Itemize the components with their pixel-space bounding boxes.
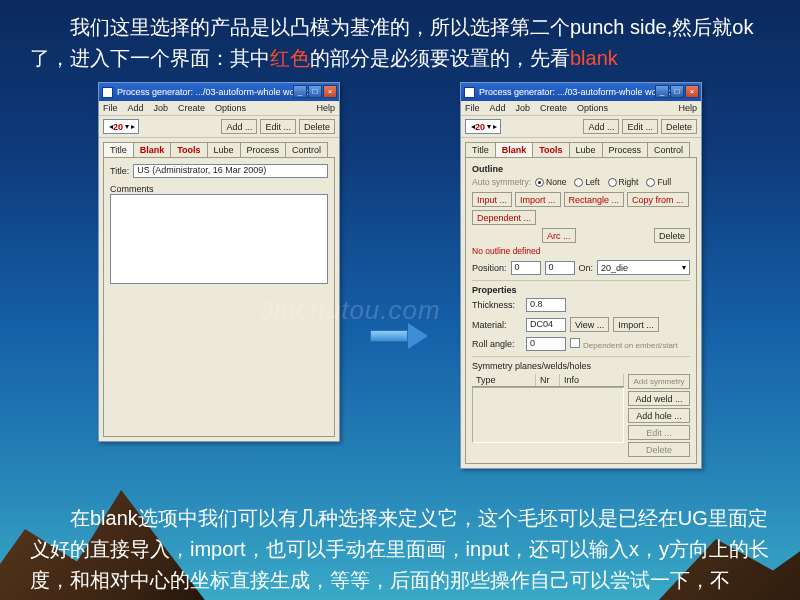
close-button[interactable]: × — [323, 85, 337, 98]
menu-help[interactable]: Help — [316, 103, 335, 113]
menubar: File Add Job Create Options Help — [99, 101, 339, 116]
window-left-titlebar[interactable]: Process generator: .../03-autoform-whole… — [99, 83, 339, 101]
screenshots-row: Process generator: .../03-autoform-whole… — [0, 82, 800, 469]
window-right: Process generator: .../03-autoform-whole… — [460, 82, 702, 469]
sym-table-body[interactable] — [472, 387, 624, 443]
comments-label: Comments — [110, 184, 328, 194]
th-info: Info — [560, 374, 624, 386]
step-dropdown[interactable]: ◂ 20 ▾ ▸ — [465, 119, 501, 134]
red-word-2: blank — [570, 47, 618, 69]
step-dropdown[interactable]: ◂ 20 ▾ ▸ — [103, 119, 139, 134]
maximize-button[interactable]: □ — [670, 85, 684, 98]
rectangle-button[interactable]: Rectangle ... — [564, 192, 625, 207]
menu-job[interactable]: Job — [516, 103, 531, 113]
tab-process[interactable]: Process — [602, 142, 649, 157]
toolbar-delete-button[interactable]: Delete — [299, 119, 335, 134]
thickness-field[interactable]: 0.8 — [526, 298, 566, 312]
menu-add[interactable]: Add — [490, 103, 506, 113]
properties-heading: Properties — [472, 285, 690, 295]
tab-blank[interactable]: Blank — [495, 142, 534, 157]
add-hole-button[interactable]: Add hole ... — [628, 408, 690, 423]
input-button[interactable]: Input ... — [472, 192, 512, 207]
roll-angle-label: Roll angle: — [472, 339, 522, 349]
auto-symmetry-label: Auto symmetry: — [472, 177, 531, 187]
tab-control[interactable]: Control — [285, 142, 328, 157]
sym-delete-button[interactable]: Delete — [628, 442, 690, 457]
material-view-button[interactable]: View ... — [570, 317, 609, 332]
material-field[interactable]: DC04 — [526, 318, 566, 332]
position-x-field[interactable]: 0 — [511, 261, 541, 275]
tab-tools[interactable]: Tools — [170, 142, 207, 157]
tab-tools[interactable]: Tools — [532, 142, 569, 157]
slide-bottom-paragraph: 在blank选项中我们可以有几种选择来定义它，这个毛坯可以是已经在UG里面定义好… — [30, 503, 770, 596]
maximize-button[interactable]: □ — [308, 85, 322, 98]
thickness-label: Thickness: — [472, 300, 522, 310]
symmetry-section-heading: Symmetry planes/welds/holes — [472, 361, 690, 371]
tab-blank[interactable]: Blank — [133, 142, 172, 157]
arrow-icon — [370, 323, 430, 349]
dependent-button[interactable]: Dependent ... — [472, 210, 536, 225]
red-word-1: 红色 — [270, 47, 310, 69]
radio-left[interactable]: Left — [574, 177, 599, 187]
add-weld-button[interactable]: Add weld ... — [628, 391, 690, 406]
tab-title[interactable]: Title — [465, 142, 496, 157]
add-symmetry-button[interactable]: Add symmetry — [628, 374, 690, 389]
menu-options[interactable]: Options — [577, 103, 608, 113]
outline-delete-button[interactable]: Delete — [654, 228, 690, 243]
tab-lube[interactable]: Lube — [569, 142, 603, 157]
toolbar-edit-button[interactable]: Edit ... — [622, 119, 658, 134]
no-outline-warning: No outline defined — [472, 246, 690, 256]
th-nr: Nr — [536, 374, 560, 386]
slide-top-paragraph: 我们这里选择的产品是以凸模为基准的，所以选择第二个punch side,然后就o… — [0, 0, 800, 74]
radio-full[interactable]: Full — [646, 177, 671, 187]
title-label: Title: — [110, 166, 129, 176]
position-label: Position: — [472, 263, 507, 273]
toolbar-right: ◂ 20 ▾ ▸ Add ... Edit ... Delete — [461, 116, 701, 138]
copy-from-button[interactable]: Copy from ... — [627, 192, 689, 207]
import-button[interactable]: Import ... — [515, 192, 561, 207]
menu-add[interactable]: Add — [128, 103, 144, 113]
menu-file[interactable]: File — [465, 103, 480, 113]
tab-control[interactable]: Control — [647, 142, 690, 157]
tab-process[interactable]: Process — [240, 142, 287, 157]
toolbar-delete-button[interactable]: Delete — [661, 119, 697, 134]
material-label: Material: — [472, 320, 522, 330]
roll-angle-field[interactable]: 0 — [526, 337, 566, 351]
menu-create[interactable]: Create — [178, 103, 205, 113]
th-type: Type — [472, 374, 536, 386]
sym-edit-button[interactable]: Edit ... — [628, 425, 690, 440]
minimize-button[interactable]: _ — [655, 85, 669, 98]
sym-table-header: Type Nr Info — [472, 374, 624, 387]
on-dropdown[interactable]: 20_die▾ — [597, 260, 690, 275]
title-field[interactable]: US (Administrator, 16 Mar 2009) — [133, 164, 328, 178]
tabs-right: Title Blank Tools Lube Process Control — [461, 138, 701, 157]
menu-options[interactable]: Options — [215, 103, 246, 113]
on-label: On: — [579, 263, 594, 273]
material-import-button[interactable]: Import ... — [613, 317, 659, 332]
arc-button[interactable]: Arc ... — [542, 228, 576, 243]
minimize-button[interactable]: _ — [293, 85, 307, 98]
menu-job[interactable]: Job — [154, 103, 169, 113]
menubar: File Add Job Create Options Help — [461, 101, 701, 116]
dependent-checkbox-row[interactable]: Dependent on embed/start — [570, 338, 678, 350]
menu-file[interactable]: File — [103, 103, 118, 113]
toolbar-add-button[interactable]: Add ... — [221, 119, 257, 134]
radio-right[interactable]: Right — [608, 177, 639, 187]
window-right-titlebar[interactable]: Process generator: .../03-autoform-whole… — [461, 83, 701, 101]
radio-none[interactable]: None — [535, 177, 566, 187]
tab-body-blank: Outline Auto symmetry: None Left Right F… — [465, 157, 697, 464]
window-left: Process generator: .../03-autoform-whole… — [98, 82, 340, 442]
toolbar-edit-button[interactable]: Edit ... — [260, 119, 296, 134]
position-y-field[interactable]: 0 — [545, 261, 575, 275]
toolbar-add-button[interactable]: Add ... — [583, 119, 619, 134]
toolbar-left: ◂ 20 ▾ ▸ Add ... Edit ... Delete — [99, 116, 339, 138]
comments-field[interactable] — [110, 194, 328, 284]
outline-heading: Outline — [472, 164, 690, 174]
close-button[interactable]: × — [685, 85, 699, 98]
app-icon — [464, 87, 475, 98]
tab-lube[interactable]: Lube — [207, 142, 241, 157]
tabs-left: Title Blank Tools Lube Process Control — [99, 138, 339, 157]
tab-title[interactable]: Title — [103, 142, 134, 157]
menu-create[interactable]: Create — [540, 103, 567, 113]
menu-help[interactable]: Help — [678, 103, 697, 113]
